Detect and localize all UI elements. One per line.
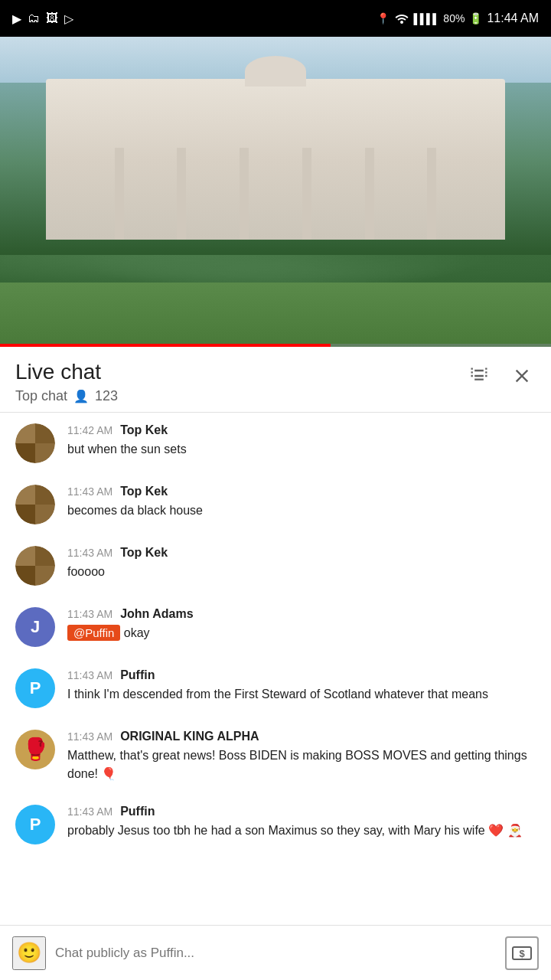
message-time: 11:43 AM xyxy=(67,805,112,818)
message-meta: 11:43 AM Puffin xyxy=(67,805,536,818)
emoji-button[interactable]: 🙂 xyxy=(12,936,46,970)
folder-icon: 🗂 xyxy=(28,11,40,26)
avatar: P xyxy=(15,668,55,708)
chat-input-bar: 🙂 $ xyxy=(0,925,551,980)
avatar xyxy=(15,485,55,524)
wifi-icon xyxy=(394,11,409,26)
message-text: I think I'm descended from the First Ste… xyxy=(67,685,536,704)
message-meta: 11:42 AM Top Kek xyxy=(67,423,536,437)
message-body: 11:43 AM Top Kek becomes da black house xyxy=(67,485,536,520)
status-bar-left: ▶ 🗂 🖼 ▷ xyxy=(12,11,73,26)
chat-header-right xyxy=(465,359,536,392)
super-chat-button[interactable]: $ xyxy=(505,936,539,970)
message-body: 11:42 AM Top Kek but when the sun sets xyxy=(67,423,536,459)
message-meta: 11:43 AM ORIGINAL KING ALPHA xyxy=(67,730,536,743)
play-store-icon: ▷ xyxy=(64,11,73,26)
filter-button[interactable] xyxy=(465,362,493,392)
message-username: Puffin xyxy=(120,668,155,682)
message-username: ORIGINAL KING ALPHA xyxy=(120,730,259,743)
chat-header-left: Live chat Top chat 👤 123 xyxy=(15,359,118,404)
message-text: @Puffin okay xyxy=(67,624,536,642)
chat-message: 11:43 AM Top Kek fooooo xyxy=(0,535,551,596)
close-button[interactable] xyxy=(508,362,536,392)
avatar: 🥊 xyxy=(15,730,55,769)
youtube-icon: ▶ xyxy=(12,11,21,26)
message-body: 11:43 AM John Adams @Puffin okay xyxy=(67,607,536,642)
svg-text:$: $ xyxy=(519,948,525,959)
message-time: 11:43 AM xyxy=(67,669,112,681)
battery-icon: 🔋 xyxy=(469,12,482,24)
message-meta: 11:43 AM Top Kek xyxy=(67,485,536,498)
message-time: 11:43 AM xyxy=(67,485,112,498)
message-body: 11:43 AM Top Kek fooooo xyxy=(67,546,536,581)
top-chat-label[interactable]: Top chat xyxy=(15,388,67,404)
emoji-icon: 🙂 xyxy=(17,941,41,965)
chat-header: Live chat Top chat 👤 123 xyxy=(0,347,551,413)
status-icons: 📍 ▌▌▌▌ 80% 🔋 11:44 AM xyxy=(377,11,539,26)
boxing-glove-icon: 🥊 xyxy=(22,737,49,762)
message-meta: 11:43 AM Puffin xyxy=(67,668,536,682)
message-username: Top Kek xyxy=(120,423,168,437)
message-time: 11:42 AM xyxy=(67,424,112,436)
dollar-icon: $ xyxy=(512,945,532,962)
progress-bar[interactable] xyxy=(0,344,331,347)
chat-message: 11:42 AM Top Kek but when the sun sets xyxy=(0,413,551,474)
chat-message: J 11:43 AM John Adams @Puffin okay xyxy=(0,596,551,658)
live-chat-title: Live chat xyxy=(15,359,118,385)
building-main xyxy=(46,79,505,240)
message-text-after-mention: okay xyxy=(124,626,150,639)
message-text: probably Jesus too tbh he had a son Maxi… xyxy=(67,822,536,840)
chat-message: 🥊 11:43 AM ORIGINAL KING ALPHA Matthew, … xyxy=(0,719,551,794)
video-player[interactable] xyxy=(0,37,551,347)
avatar xyxy=(15,423,55,463)
chat-message: P 11:43 AM Puffin I think I'm descended … xyxy=(0,658,551,719)
mention-tag: @Puffin xyxy=(67,625,120,641)
dome xyxy=(245,56,306,87)
chat-subheader: Top chat 👤 123 xyxy=(15,388,118,404)
viewer-count: 123 xyxy=(95,388,118,404)
message-text: Matthew, that's great news! Boss BIDEN i… xyxy=(67,746,536,783)
message-username: John Adams xyxy=(120,607,193,621)
message-body: 11:43 AM Puffin I think I'm descended fr… xyxy=(67,668,536,704)
close-icon xyxy=(511,365,533,387)
message-username: Puffin xyxy=(120,805,155,818)
message-username: Top Kek xyxy=(120,485,168,498)
message-text: fooooo xyxy=(67,563,536,581)
battery-text: 80% xyxy=(443,12,465,24)
message-body: 11:43 AM ORIGINAL KING ALPHA Matthew, th… xyxy=(67,730,536,783)
message-meta: 11:43 AM John Adams xyxy=(67,607,536,621)
topkek-avatar xyxy=(15,423,55,463)
message-text: but when the sun sets xyxy=(67,440,536,459)
chat-messages: 11:42 AM Top Kek but when the sun sets 1… xyxy=(0,413,551,916)
message-text: becomes da black house xyxy=(67,501,536,520)
status-bar: ▶ 🗂 🖼 ▷ 📍 ▌▌▌▌ 80% 🔋 11:44 AM xyxy=(0,0,551,37)
chat-message: P 11:43 AM Puffin probably Jesus too tbh… xyxy=(0,794,551,855)
message-body: 11:43 AM Puffin probably Jesus too tbh h… xyxy=(67,805,536,840)
avatar: J xyxy=(15,607,55,647)
time-display: 11:44 AM xyxy=(487,11,539,25)
image-icon: 🖼 xyxy=(46,11,58,26)
message-time: 11:43 AM xyxy=(67,730,112,743)
topkek-avatar xyxy=(15,546,55,586)
location-icon: 📍 xyxy=(377,12,390,24)
columns xyxy=(61,140,490,240)
lawn xyxy=(0,283,551,344)
topkek-avatar xyxy=(15,485,55,524)
chat-input[interactable] xyxy=(55,946,496,961)
chat-message: 11:43 AM Top Kek becomes da black house xyxy=(0,474,551,535)
message-time: 11:43 AM xyxy=(67,608,112,620)
viewers-icon: 👤 xyxy=(73,389,89,403)
filter-icon xyxy=(468,365,490,387)
message-username: Top Kek xyxy=(120,546,168,560)
avatar xyxy=(15,546,55,586)
signal-icon: ▌▌▌▌ xyxy=(414,13,439,24)
avatar: P xyxy=(15,805,55,844)
message-meta: 11:43 AM Top Kek xyxy=(67,546,536,560)
message-time: 11:43 AM xyxy=(67,547,112,559)
